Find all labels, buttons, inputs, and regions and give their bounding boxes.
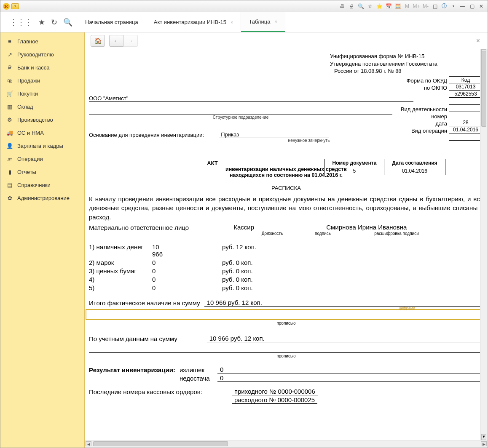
- app-logo-icon: 1c: [3, 3, 10, 10]
- sidebar-item-assets[interactable]: 🚚ОС и НМА: [0, 126, 84, 139]
- sub-fio: расшифровка подписи: [346, 231, 447, 236]
- scroll-down-icon[interactable]: ▼: [481, 434, 486, 440]
- basis-value: Приказ: [219, 131, 329, 138]
- menu-icon: ≡: [6, 38, 13, 45]
- form-title-line: Унифицированная форма № ИНВ-15: [330, 53, 487, 60]
- minimize-icon[interactable]: —: [459, 3, 467, 10]
- titlebar: 1c ▾ 🖶 🖨 🔍 ☆ ⭐ 📅 🧮 M M+ M- ◫ ⓘ ▾ — ▢ ✕: [0, 0, 488, 12]
- search-icon[interactable]: 🔍: [63, 18, 72, 27]
- okud-label: Форма по ОКУД: [401, 77, 447, 84]
- info-icon[interactable]: ⓘ: [440, 3, 448, 10]
- activity-label: Вид деятельности: [401, 106, 447, 113]
- scroll-thumb[interactable]: [481, 51, 486, 127]
- sidebar-item-label: ОС и НМА: [17, 130, 44, 136]
- sidebar-item-label: Склад: [17, 104, 33, 110]
- sidebar-item-sales[interactable]: 🛍Продажи: [0, 74, 84, 87]
- dtk-icon: Дт: [6, 157, 13, 161]
- basis-label: Основание для проведения инвентаризации:: [89, 132, 204, 138]
- docnum-header: Номер документа: [324, 159, 384, 167]
- sidebar-item-purchases[interactable]: 🛒Покупки: [0, 87, 84, 100]
- selected-words-cell[interactable]: цифрами: [86, 309, 483, 320]
- forward-button: →: [123, 35, 138, 47]
- vertical-scrollbar[interactable]: ▲ ▼: [480, 49, 488, 440]
- sidebar-item-manager[interactable]: ↗Руководителю: [0, 48, 84, 61]
- person-icon: 👤: [6, 143, 13, 149]
- tab-inv15-act[interactable]: Акт инвентаризации ИНВ-15 ×: [146, 12, 241, 32]
- sidebar-item-label: Администрирование: [17, 195, 70, 201]
- orders-label: Последние номера кассовых ордеров:: [89, 388, 202, 395]
- sidebar-item-salary[interactable]: 👤Зарплата и кадры: [0, 139, 84, 152]
- sidebar-item-production[interactable]: ⚙Производство: [0, 113, 84, 126]
- ruble-icon: ₽: [6, 64, 13, 71]
- app-menu-dropdown[interactable]: ▾: [11, 3, 19, 9]
- calendar-icon[interactable]: 📅: [385, 3, 392, 10]
- memory-mplus-icon[interactable]: M+: [413, 3, 420, 10]
- close-tab-icon[interactable]: ×: [476, 37, 482, 45]
- okud-value: 0317013: [449, 83, 482, 91]
- sidebar-item-admin[interactable]: ✿Администрирование: [0, 192, 84, 205]
- sidebar-item-operations[interactable]: ДтОперации: [0, 152, 84, 165]
- basis-hint: ненужное зачеркнуть: [254, 138, 364, 143]
- preview-icon[interactable]: 🔍: [357, 3, 365, 10]
- responsible-row: Материально ответственное лицо Кассир См…: [89, 224, 483, 231]
- shortage-label: недостача: [180, 375, 217, 382]
- print-icon[interactable]: 🖶: [338, 3, 346, 10]
- sidebar-item-label: Операции: [17, 156, 43, 162]
- dropdown-icon[interactable]: ▾: [450, 3, 457, 10]
- scroll-right-icon[interactable]: ▶: [481, 441, 487, 446]
- memory-m-icon[interactable]: M: [403, 3, 411, 10]
- total-accounting-row: По учетным данным на сумму 10 966 руб. 1…: [89, 335, 483, 342]
- scroll-thumb[interactable]: [93, 441, 228, 446]
- number-value: 28: [449, 119, 482, 126]
- form-header: Унифицированная форма № ИНВ-15 Утвержден…: [86, 53, 487, 75]
- gear-icon: ✿: [6, 195, 13, 201]
- orders-in-row: Последние номера кассовых ордеров: прихо…: [89, 388, 483, 395]
- cart-icon: 🛒: [6, 91, 13, 97]
- blank-cell: [449, 112, 482, 119]
- amount-row: 5)0руб. 0 коп.: [89, 284, 483, 291]
- words-hint: прописью: [86, 321, 487, 325]
- tab-start-page[interactable]: Начальная страница: [78, 12, 146, 32]
- docdate-header: Дата составления: [384, 159, 445, 167]
- date-label: дата: [401, 120, 447, 127]
- home-button[interactable]: 🏠: [91, 35, 105, 47]
- calculator-icon[interactable]: 🧮: [394, 3, 402, 10]
- sidebar-item-main[interactable]: ≡Главное: [0, 35, 84, 48]
- amount-row: 2) марок0руб. 0 коп.: [89, 259, 483, 266]
- scroll-left-icon[interactable]: ◀: [86, 441, 91, 446]
- maximize-icon[interactable]: ▢: [468, 3, 476, 10]
- star-icon[interactable]: ★: [38, 18, 45, 27]
- favorites-icon[interactable]: ⭐: [375, 3, 383, 10]
- close-icon[interactable]: ×: [231, 20, 233, 25]
- tab-table[interactable]: Таблица ×: [241, 12, 285, 32]
- code-header: Код: [449, 76, 482, 83]
- words-hint: прописью: [86, 354, 487, 358]
- date-value: 01.04.2016: [449, 126, 482, 133]
- apps-grid-icon[interactable]: ⋮⋮⋮: [10, 18, 32, 27]
- memory-mminus-icon[interactable]: M-: [422, 3, 429, 10]
- form-title-line: России от 18.08.98 г. № 88: [330, 67, 487, 75]
- sidebar-item-label: Продажи: [17, 77, 40, 84]
- tab-bar: ⋮⋮⋮ ★ ↻ 🔍 Начальная страница Акт инвента…: [0, 12, 488, 32]
- sidebar: ≡Главное ↗Руководителю ₽Банк и касса 🛍Пр…: [0, 32, 85, 448]
- sub-sign: подпись: [300, 231, 346, 236]
- sidebar-item-catalogs[interactable]: ▤Справочники: [0, 179, 84, 192]
- panels-icon[interactable]: ◫: [431, 3, 439, 10]
- sidebar-item-warehouse[interactable]: ▥Склад: [0, 100, 84, 113]
- sidebar-item-label: Банк и касса: [17, 64, 50, 71]
- sidebar-item-label: Главное: [17, 38, 38, 45]
- sidebar-item-bank[interactable]: ₽Банк и касса: [0, 61, 84, 74]
- acct-label: По учетным данным на сумму: [89, 335, 177, 342]
- sidebar-item-reports[interactable]: ▮Отчеты: [0, 165, 84, 179]
- print-direct-icon[interactable]: 🖨: [348, 3, 355, 10]
- okpo-label: по ОКПО: [401, 84, 447, 91]
- document-scroll[interactable]: Унифицированная форма № ИНВ-15 Утвержден…: [85, 49, 488, 440]
- close-window-icon[interactable]: ✕: [477, 3, 485, 10]
- history-icon[interactable]: ↻: [51, 18, 57, 27]
- favorite-add-icon[interactable]: ☆: [366, 3, 374, 10]
- close-icon[interactable]: ×: [274, 19, 277, 24]
- back-button[interactable]: ←: [109, 35, 123, 47]
- horizontal-scrollbar[interactable]: ◀ ▶: [85, 440, 488, 448]
- code-labels: Форма по ОКУД по ОКПО Вид деятельности н…: [401, 77, 447, 134]
- tab-label: Начальная страница: [85, 19, 138, 25]
